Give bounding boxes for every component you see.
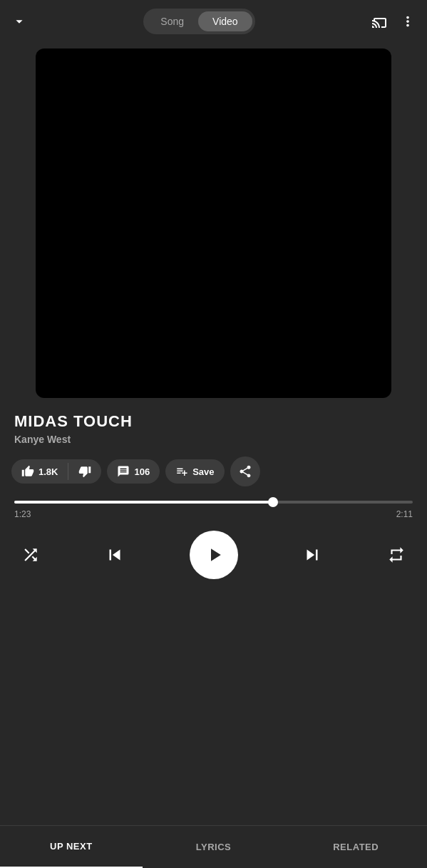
top-bar: Song Video: [0, 0, 427, 43]
playlist-add-icon: [175, 465, 188, 478]
progress-fill: [14, 501, 273, 504]
previous-button[interactable]: [104, 544, 125, 566]
song-toggle-button[interactable]: Song: [146, 11, 198, 31]
save-button[interactable]: Save: [165, 459, 224, 484]
like-count: 1.8K: [38, 466, 58, 477]
save-label: Save: [192, 466, 214, 477]
tab-lyrics[interactable]: LYRICS: [143, 826, 285, 868]
like-dislike-group: 1.8K: [11, 459, 101, 484]
progress-thumb[interactable]: [268, 497, 278, 507]
shuffle-button[interactable]: [21, 546, 40, 564]
share-icon: [238, 464, 252, 479]
shuffle-icon: [21, 546, 40, 564]
media-player[interactable]: [36, 48, 391, 398]
share-button[interactable]: [230, 456, 260, 486]
playback-controls: [0, 524, 427, 586]
total-time: 2:11: [396, 509, 413, 519]
more-options-button[interactable]: [400, 14, 416, 29]
cast-icon: [371, 13, 389, 30]
bottom-tabs: UP NEXT LYRICS RELATED: [0, 825, 427, 868]
skip-previous-icon: [104, 544, 125, 566]
mode-toggle: Song Video: [143, 9, 254, 34]
play-icon: [204, 544, 225, 566]
dislike-button[interactable]: [68, 459, 101, 484]
progress-section: 1:23 2:11: [0, 501, 427, 519]
repeat-button[interactable]: [387, 546, 406, 564]
progress-bar[interactable]: [14, 501, 413, 504]
play-pause-button[interactable]: [190, 531, 238, 579]
tab-up-next[interactable]: UP NEXT: [0, 826, 143, 868]
song-info: MIDAS TOUCH Kanye West: [0, 412, 427, 445]
song-title: MIDAS TOUCH: [14, 412, 413, 431]
comment-count: 106: [134, 466, 150, 477]
time-row: 1:23 2:11: [14, 509, 413, 519]
cast-button[interactable]: [371, 13, 389, 30]
like-button[interactable]: 1.8K: [11, 459, 68, 484]
video-toggle-button[interactable]: Video: [198, 11, 252, 31]
more-vert-icon: [400, 14, 416, 29]
comment-icon: [117, 465, 130, 478]
skip-next-icon: [302, 544, 323, 566]
top-bar-right: [371, 13, 416, 30]
repeat-icon: [387, 546, 406, 564]
comments-button[interactable]: 106: [107, 459, 160, 484]
song-artist: Kanye West: [14, 434, 413, 445]
thumb-up-icon: [21, 465, 34, 478]
tab-related[interactable]: RELATED: [284, 826, 427, 868]
action-row: 1.8K 106 Save: [0, 456, 427, 486]
current-time: 1:23: [14, 509, 31, 519]
thumb-down-icon: [78, 465, 91, 478]
next-button[interactable]: [302, 544, 323, 566]
back-button[interactable]: [11, 14, 27, 29]
chevron-down-icon: [11, 14, 27, 29]
